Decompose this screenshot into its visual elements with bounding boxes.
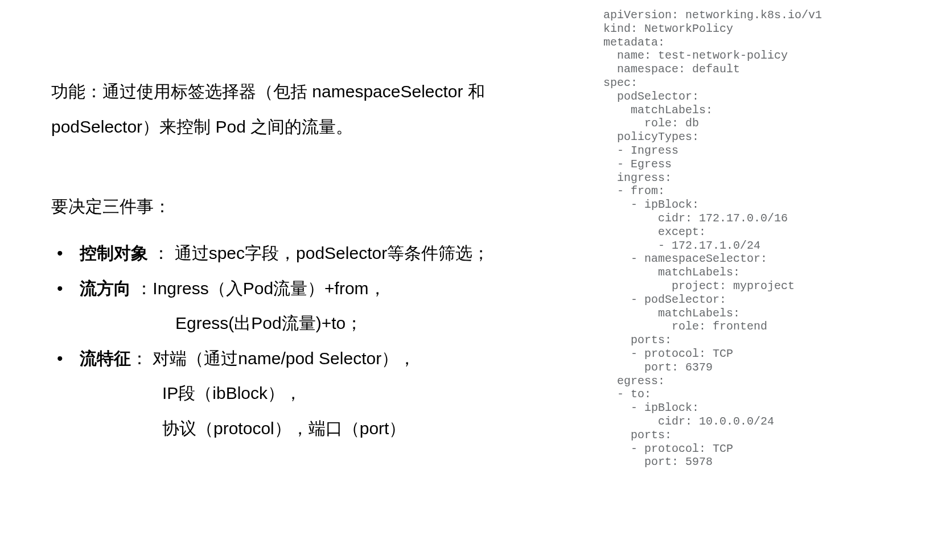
bullet-list: 控制对象 ： 通过spec字段，podSelector等条件筛选； 流方向 ：I… — [51, 236, 569, 446]
item-label: 控制对象 — [80, 244, 148, 262]
list-item: 控制对象 ： 通过spec字段，podSelector等条件筛选； — [51, 236, 569, 271]
code-block: apiVersion: networking.k8s.io/v1 kind: N… — [603, 0, 946, 560]
left-content: 功能：通过使用标签选择器（包括 namespaceSelector 和 podS… — [0, 0, 603, 560]
item-subline: 协议（protocol），端口（port） — [80, 411, 569, 446]
list-item: 流特征： 对端（通过name/pod Selector）， IP段（ibBloc… — [51, 341, 569, 446]
item-subline: IP段（ibBlock）， — [80, 376, 569, 411]
item-label: 流特征 — [80, 349, 131, 368]
intro-text: 功能：通过使用标签选择器（包括 namespaceSelector 和 podS… — [51, 74, 569, 144]
item-tail: ： 通过spec字段，podSelector等条件筛选； — [148, 244, 490, 262]
item-tail: ：Ingress（入Pod流量）+from， — [131, 279, 386, 298]
item-tail: ： 对端（通过name/pod Selector）， — [131, 349, 416, 368]
item-subline: Egress(出Pod流量)+to； — [80, 306, 569, 341]
list-item: 流方向 ：Ingress（入Pod流量）+from， Egress(出Pod流量… — [51, 271, 569, 341]
item-label: 流方向 — [80, 279, 131, 298]
decide-heading: 要决定三件事： — [51, 195, 569, 219]
